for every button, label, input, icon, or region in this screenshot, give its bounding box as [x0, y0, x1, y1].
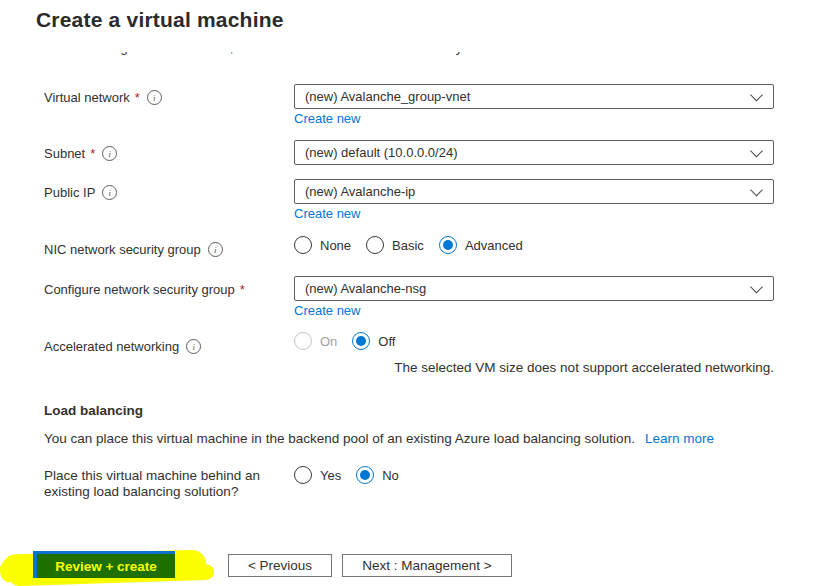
load-balancing-description: You can place this virtual machine in th…	[44, 431, 714, 446]
public-ip-dropdown[interactable]: (new) Avalanche-ip	[294, 179, 774, 204]
clipped-description-text: When creating a virtual machine, a netwo…	[44, 52, 744, 61]
required-asterisk: *	[135, 90, 140, 105]
subnet-value: (new) default (10.0.0.0/24)	[305, 145, 457, 160]
nic-nsg-option-none[interactable]: None	[294, 236, 351, 254]
radio-icon	[294, 466, 312, 484]
info-icon[interactable]: i	[208, 242, 223, 257]
chevron-down-icon	[750, 144, 763, 157]
info-icon[interactable]: i	[147, 90, 162, 105]
nic-nsg-option-advanced[interactable]: Advanced	[439, 236, 523, 254]
load-balancing-question-label: Place this virtual machine behind an exi…	[44, 468, 276, 500]
radio-icon	[366, 236, 384, 254]
page-title: Create a virtual machine	[36, 8, 284, 32]
accelerated-networking-label: Accelerated networking i	[44, 339, 201, 354]
configure-nsg-create-new-link[interactable]: Create new	[294, 303, 360, 318]
review-create-button[interactable]: Review + create	[37, 554, 175, 578]
subnet-dropdown[interactable]: (new) default (10.0.0.0/24)	[294, 140, 774, 165]
public-ip-label: Public IP i	[44, 185, 117, 200]
chevron-down-icon	[750, 88, 763, 101]
radio-selected-icon	[439, 236, 457, 254]
radio-icon	[294, 236, 312, 254]
configure-nsg-value: (new) Avalanche-nsg	[305, 281, 426, 296]
accelerated-networking-radio-group: On Off	[294, 332, 395, 350]
info-icon[interactable]: i	[102, 185, 117, 200]
load-balancing-radio-group: Yes No	[294, 466, 399, 484]
nic-nsg-option-basic[interactable]: Basic	[366, 236, 424, 254]
info-icon[interactable]: i	[102, 146, 117, 161]
virtual-network-label: Virtual network* i	[44, 90, 162, 105]
radio-selected-icon	[352, 332, 370, 350]
public-ip-create-new-link[interactable]: Create new	[294, 206, 360, 221]
required-asterisk: *	[240, 282, 245, 297]
virtual-network-create-new-link[interactable]: Create new	[294, 111, 360, 126]
next-management-button[interactable]: Next : Management >	[342, 554, 512, 577]
accelerated-networking-option-on: On	[294, 332, 337, 350]
required-asterisk: *	[90, 146, 95, 161]
load-balancing-option-no[interactable]: No	[356, 466, 399, 484]
nic-nsg-label: NIC network security group i	[44, 242, 223, 257]
load-balancing-header: Load balancing	[44, 403, 143, 418]
public-ip-value: (new) Avalanche-ip	[305, 184, 415, 199]
configure-nsg-label: Configure network security group*	[44, 282, 245, 297]
radio-selected-icon	[356, 466, 374, 484]
subnet-label: Subnet* i	[44, 146, 117, 161]
chevron-down-icon	[750, 183, 763, 196]
virtual-network-value: (new) Avalanche_group-vnet	[305, 89, 470, 104]
load-balancing-option-yes[interactable]: Yes	[294, 466, 341, 484]
create-vm-networking-page: Create a virtual machine When creating a…	[0, 0, 828, 586]
chevron-down-icon	[750, 280, 763, 293]
configure-nsg-dropdown[interactable]: (new) Avalanche-nsg	[294, 276, 774, 301]
virtual-network-dropdown[interactable]: (new) Avalanche_group-vnet	[294, 84, 774, 109]
nic-nsg-radio-group: None Basic Advanced	[294, 236, 523, 254]
accelerated-networking-note: The selected VM size does not support ac…	[294, 360, 774, 375]
accelerated-networking-option-off[interactable]: Off	[352, 332, 395, 350]
radio-disabled-icon	[294, 332, 312, 350]
learn-more-link[interactable]: Learn more	[645, 431, 714, 446]
previous-button[interactable]: < Previous	[228, 554, 332, 577]
info-icon[interactable]: i	[186, 339, 201, 354]
